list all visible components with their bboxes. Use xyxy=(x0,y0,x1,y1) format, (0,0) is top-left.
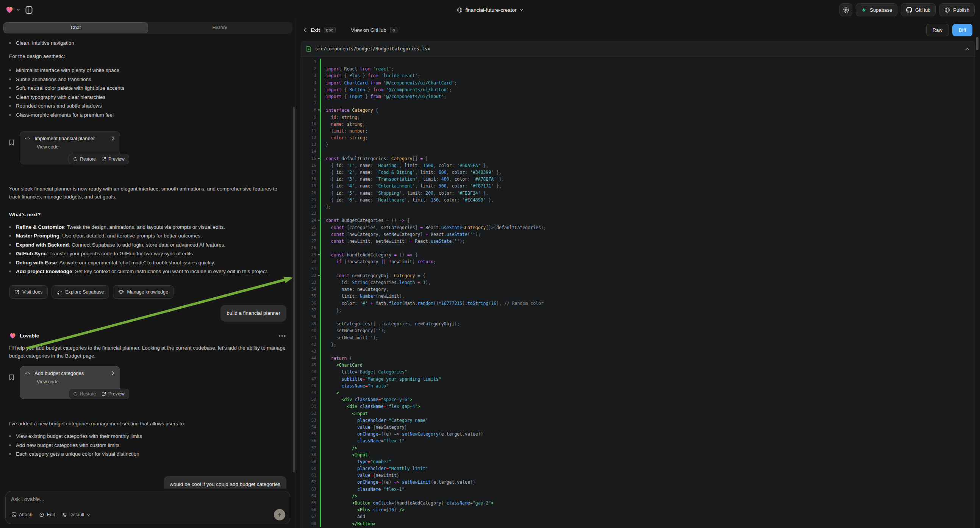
chat-input[interactable]: Ask Lovable... xyxy=(11,496,285,502)
code-line: 21 { id: '6', name: 'Healthcare', limit:… xyxy=(301,197,975,204)
send-button[interactable] xyxy=(274,509,285,520)
exit-button[interactable]: Exit ESC xyxy=(304,27,336,33)
design-intro: For the design aesthetic: xyxy=(9,52,286,60)
raw-toggle-button[interactable]: Raw xyxy=(926,24,949,37)
code-line: 39 setCategories([...categories, newCate… xyxy=(301,320,975,327)
code-line: 43 xyxy=(301,348,975,355)
manage-knowledge-button[interactable]: Manage knowledge xyxy=(113,285,173,299)
attach-button[interactable]: Attach xyxy=(11,512,32,517)
code-line: 38 xyxy=(301,313,975,320)
project-switcher[interactable]: financial-future-creator xyxy=(457,0,523,20)
bookmark-icon[interactable] xyxy=(9,374,14,415)
code-line: 66 <Plus size={16} /> xyxy=(301,506,975,513)
code-line: 11 limit: number; xyxy=(301,128,975,134)
code-line: 25 const [categories, setCategories] = R… xyxy=(301,224,975,231)
code-line: 46 title="Budget Categories" xyxy=(301,369,975,375)
user-message-bubble: would be cool if you could add budget ca… xyxy=(164,476,286,488)
restore-preview-pill: Restore Preview xyxy=(68,154,129,164)
view-on-github-button[interactable]: View on GitHub G xyxy=(351,27,398,33)
external-link-icon xyxy=(102,392,106,396)
preview-button[interactable]: Preview xyxy=(102,156,125,162)
code-line: 34 name: newCategory, xyxy=(301,286,975,293)
code-line: 50 <div className="space-y-6"> xyxy=(301,396,975,403)
view-code-link[interactable]: View code xyxy=(37,144,115,149)
tab-chat[interactable]: Chat xyxy=(4,23,148,33)
g-key-badge: G xyxy=(390,27,398,33)
external-link-icon xyxy=(102,157,106,161)
github-button[interactable]: GitHub xyxy=(901,3,935,16)
bullet-item: Subtle animations and transitions xyxy=(9,75,286,83)
code-scrollbar[interactable] xyxy=(976,37,978,50)
code-line: 27 const [newLimit, setNewLimit] = React… xyxy=(301,238,975,245)
supabase-button[interactable]: Supabase xyxy=(856,3,897,16)
chevron-down-icon[interactable] xyxy=(16,8,20,12)
toggle-panel-button[interactable] xyxy=(23,4,35,16)
version-card-implement-financial-planner[interactable]: <> Implement financial planner View code… xyxy=(20,131,120,164)
code-line: 5import { Button } from '@/components/ui… xyxy=(301,86,975,93)
bookmark-icon[interactable] xyxy=(9,139,14,180)
version-card-title: Implement financial planner xyxy=(35,135,95,141)
version-card-title: Add budget categories xyxy=(35,371,84,376)
restore-button[interactable]: Restore xyxy=(73,156,96,162)
assistant-help-text: I'll help you add budget categories to t… xyxy=(9,344,286,360)
globe-icon xyxy=(457,7,462,13)
code-line: 28 xyxy=(301,245,975,251)
code-line: 54 value={newCategory} xyxy=(301,424,975,431)
code-line: 59 type="number" xyxy=(301,458,975,465)
bullet-item: Refine & Customize: Tweak the design, an… xyxy=(9,223,286,231)
tab-history[interactable]: History xyxy=(148,23,292,33)
chevron-right-icon[interactable] xyxy=(111,371,115,376)
version-card-add-budget-categories[interactable]: <> Add budget categories View code Resto… xyxy=(20,366,120,399)
bullet-item: View existing budget categories with the… xyxy=(9,432,286,440)
github-icon xyxy=(906,7,912,13)
esc-key-badge: ESC xyxy=(324,27,336,33)
code-line: 23 xyxy=(301,210,975,217)
file-header[interactable]: src/components/budget/BudgetCategories.t… xyxy=(301,41,975,57)
bullet-item: Clean, intuitive navigation xyxy=(9,39,286,47)
diff-toggle-button[interactable]: Diff xyxy=(952,24,972,37)
external-link-icon xyxy=(14,290,19,295)
code-line: 29 const handleAddCategory = () => { xyxy=(301,251,975,258)
code-line: 24const BudgetCategories = () => { xyxy=(301,217,975,224)
supabase-icon xyxy=(861,7,867,13)
message-menu-button[interactable]: ••• xyxy=(278,333,286,339)
code-line: 58 <Input xyxy=(301,452,975,458)
code-line: 42 }; xyxy=(301,341,975,348)
restore-button[interactable]: Restore xyxy=(73,391,96,396)
edit-button[interactable]: Edit xyxy=(39,512,55,517)
image-icon xyxy=(11,512,17,517)
code-icon: <> xyxy=(25,371,31,376)
code-line: 8interface Category { xyxy=(301,107,975,114)
code-line: 26 const [newCategory, setNewCategory] =… xyxy=(301,231,975,238)
chat-composer[interactable]: Ask Lovable... Attach Edit Default xyxy=(5,491,290,524)
visit-docs-button[interactable]: Visit docs xyxy=(9,285,48,299)
chat-scrollbar[interactable] xyxy=(293,107,295,472)
preview-button[interactable]: Preview xyxy=(102,391,125,396)
added-section-text: I've added a new budget categories manag… xyxy=(9,420,286,428)
view-code-link[interactable]: View code xyxy=(37,379,115,385)
publish-button[interactable]: Publish xyxy=(939,3,975,16)
code-line: 9 id: string; xyxy=(301,114,975,121)
bullet-item: GitHub Sync: Transfer your project's cod… xyxy=(9,250,286,258)
code-line: 68 </Button> xyxy=(301,520,975,527)
code-line: 61 value={newLimit} xyxy=(301,472,975,479)
explore-supabase-button[interactable]: Explore Supabase xyxy=(51,285,109,299)
code-line: 22]; xyxy=(301,204,975,210)
code-editor[interactable]: 12import React from 'react';3import { Pl… xyxy=(301,57,975,527)
lovable-logo[interactable] xyxy=(5,6,14,14)
added-bullet-list: View existing budget categories with the… xyxy=(9,432,286,458)
bullet-item: Debug with Ease: Activate our experiment… xyxy=(9,259,286,267)
suggestion-buttons: Visit docs Explore Supabase Manage knowl… xyxy=(9,285,286,299)
chat-history-tabs: Chat History xyxy=(3,22,293,34)
globe-icon xyxy=(944,7,950,13)
bullet-item: Each category gets a unique color for vi… xyxy=(9,450,286,458)
code-line: 2import React from 'react'; xyxy=(301,65,975,72)
code-line: 65 <Button onClick={handleAddCategory} c… xyxy=(301,499,975,506)
code-line: 19 { id: '4', name: 'Entertainment', lim… xyxy=(301,183,975,189)
chevron-right-icon[interactable] xyxy=(111,136,115,141)
mode-selector[interactable]: Default xyxy=(62,512,90,517)
settings-button[interactable] xyxy=(840,3,852,16)
chat-message-list[interactable]: Clean, intuitive navigation For the desi… xyxy=(0,34,296,488)
code-line: 10 name: string; xyxy=(301,121,975,128)
chevron-up-icon[interactable] xyxy=(965,47,970,51)
